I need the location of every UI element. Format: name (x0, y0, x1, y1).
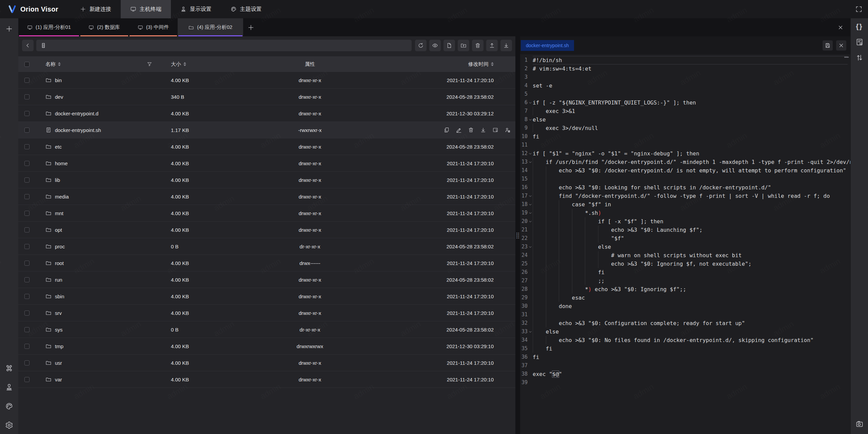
fold-toggle[interactable] (528, 166, 533, 175)
code-line[interactable]: 38 exec "$@" (520, 370, 850, 378)
row-checkbox[interactable] (24, 377, 29, 382)
code-line[interactable]: 36 fi (520, 353, 850, 361)
table-row[interactable]: docker-entrypoint.sh 1.17 KB -rwxrwxr-x (18, 122, 515, 138)
row-checkbox[interactable] (24, 244, 29, 249)
row-checkbox[interactable] (24, 227, 29, 232)
delete-file-button[interactable] (468, 127, 474, 133)
code-line[interactable]: 5 (520, 90, 850, 98)
code-line[interactable]: 20 if [ -x "$f" ]; then (520, 217, 850, 226)
code-line[interactable]: 33 else (520, 327, 850, 336)
terminal-tab-1[interactable]: (1) 应用-分析01 (18, 18, 80, 36)
fold-toggle[interactable] (528, 115, 533, 124)
code-line[interactable]: 24 # warn on shell scripts without exec … (520, 251, 850, 260)
code-line[interactable]: 34 echo >&3 "$0: No files found in /dock… (520, 336, 850, 344)
fold-toggle[interactable] (528, 90, 533, 98)
select-all-checkbox[interactable] (24, 62, 29, 67)
sort-name-button[interactable] (58, 62, 61, 66)
table-row[interactable]: run 4.00 KB drwxr-xr-x 2024-05-28 23:58:… (18, 271, 515, 288)
table-row[interactable]: etc 4.00 KB drwxr-xr-x 2024-05-28 23:58:… (18, 138, 515, 155)
nav-item-new-connection[interactable]: 新建连接 (71, 0, 121, 18)
theme-settings-button[interactable] (5, 402, 13, 410)
brand[interactable]: Orion Visor (8, 0, 58, 18)
code-line[interactable]: 13 if /usr/bin/find "/docker-entrypoint.… (520, 158, 850, 166)
code-line[interactable]: 35 fi (520, 344, 850, 353)
file-name[interactable]: media (55, 194, 69, 200)
settings-button[interactable] (5, 421, 13, 429)
row-checkbox[interactable] (24, 277, 29, 282)
fold-toggle[interactable] (528, 243, 533, 251)
save-file-button[interactable] (823, 40, 833, 51)
fold-toggle[interactable] (528, 98, 533, 107)
table-row[interactable]: docker-entrypoint.d 4.00 KB drwxr-xr-x 2… (18, 105, 515, 122)
fold-toggle[interactable] (528, 81, 533, 90)
path-breadcrumb-input[interactable] (36, 40, 412, 51)
refresh-button[interactable] (415, 40, 427, 51)
file-name[interactable]: mnt (55, 210, 63, 216)
terminal-tab-2[interactable]: (2) 数据库 (80, 18, 129, 36)
fold-toggle[interactable] (528, 361, 533, 370)
variables-button[interactable]: {} (856, 22, 863, 31)
code-line[interactable]: 15 (520, 175, 850, 183)
fold-toggle[interactable] (528, 64, 533, 73)
code-line[interactable]: 11 (520, 141, 850, 149)
fold-toggle[interactable] (528, 149, 533, 158)
fold-toggle[interactable] (528, 294, 533, 302)
upload-button[interactable] (486, 40, 498, 51)
code-editor[interactable]: 1 #!/bin/sh 2 # vim:sw=4:ts=4:et 3 4 set… (520, 54, 850, 434)
table-row[interactable]: usr 4.00 KB drwxr-xr-x 2021-11-24 17:20:… (18, 355, 515, 371)
row-checkbox[interactable] (24, 211, 29, 216)
row-checkbox[interactable] (24, 144, 29, 149)
code-line[interactable]: 30 done (520, 302, 850, 310)
code-line[interactable]: 7 exec 3>&1 (520, 107, 850, 115)
file-name[interactable]: bin (55, 77, 62, 83)
code-line[interactable]: 6 if [ -z "${NGINX_ENTRYPOINT_QUIET_LOGS… (520, 98, 850, 107)
nav-item-theme-settings[interactable]: 主题设置 (221, 0, 271, 18)
code-line[interactable]: 16 echo >&3 "$0: Looking for shell scrip… (520, 183, 850, 192)
fold-toggle[interactable] (528, 327, 533, 336)
terminal-tab-3[interactable]: (3) 中间件 (129, 18, 178, 36)
table-row[interactable]: bin 4.00 KB drwxr-xr-x 2021-11-24 17:20:… (18, 72, 515, 89)
fold-toggle[interactable] (528, 158, 533, 166)
fold-toggle[interactable] (528, 310, 533, 319)
fold-toggle[interactable] (528, 73, 533, 81)
fold-toggle[interactable] (528, 268, 533, 277)
table-row[interactable]: opt 4.00 KB drwxr-xr-x 2021-11-24 17:20:… (18, 222, 515, 238)
table-row[interactable]: dev 340 B drwxr-xr-x 2024-05-28 23:58:02 (18, 89, 515, 105)
row-checkbox[interactable] (24, 177, 29, 183)
row-checkbox[interactable] (24, 344, 29, 349)
sort-size-button[interactable] (183, 62, 186, 66)
code-line[interactable]: 32 echo >&3 "$0: Configuration complete;… (520, 319, 850, 327)
fold-toggle[interactable] (528, 183, 533, 192)
editor-file-tab[interactable]: docker-entrypoint.sh (521, 40, 574, 51)
edit-file-button[interactable] (456, 127, 462, 133)
fold-toggle[interactable] (528, 217, 533, 226)
code-line[interactable]: 9 exec 3>/dev/null (520, 124, 850, 132)
file-name[interactable]: lib (55, 177, 60, 183)
table-row[interactable]: media 4.00 KB drwxr-xr-x 2021-11-24 17:2… (18, 188, 515, 205)
terminal-tab-4[interactable]: (4) 应用-分析02 (178, 18, 243, 36)
fold-toggle[interactable] (528, 124, 533, 132)
fold-toggle[interactable] (528, 234, 533, 243)
table-row[interactable]: var 4.00 KB drwxr-xr-x 2021-11-24 17:20:… (18, 371, 515, 388)
table-row[interactable]: home 4.00 KB drwxr-xr-x 2021-11-24 17:20… (18, 155, 515, 172)
code-line[interactable]: 25 echo >&3 "$0: Ignoring $f, not execut… (520, 260, 850, 268)
fold-toggle[interactable] (528, 175, 533, 183)
code-line[interactable]: 26 fi (520, 268, 850, 277)
file-name[interactable]: etc (55, 144, 62, 150)
row-checkbox[interactable] (24, 327, 29, 332)
screenshot-button[interactable] (855, 420, 864, 428)
download-button[interactable] (500, 40, 512, 51)
code-line[interactable]: 27 ;; (520, 277, 850, 285)
file-name[interactable]: run (55, 277, 62, 283)
row-checkbox[interactable] (24, 194, 29, 199)
table-row[interactable]: mnt 4.00 KB drwxr-xr-x 2021-11-24 17:20:… (18, 205, 515, 222)
transfer-button[interactable] (855, 54, 864, 62)
file-name[interactable]: tmp (55, 343, 63, 349)
code-line[interactable]: 1 #!/bin/sh (520, 56, 850, 64)
display-settings-button[interactable] (5, 383, 13, 391)
fold-toggle[interactable] (528, 378, 533, 387)
row-checkbox[interactable] (24, 294, 29, 299)
row-checkbox[interactable] (24, 94, 29, 99)
fold-toggle[interactable] (528, 192, 533, 200)
table-row[interactable]: lib 4.00 KB drwxr-xr-x 2021-11-24 17:20:… (18, 172, 515, 188)
